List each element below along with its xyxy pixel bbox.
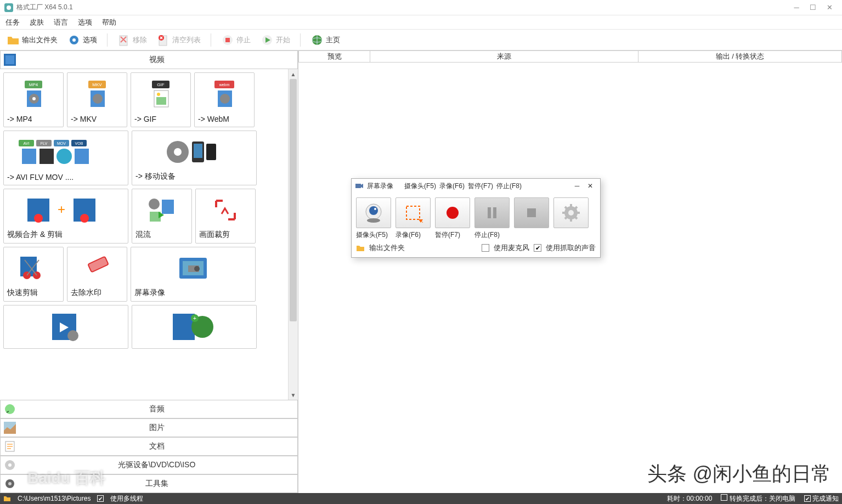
app-icon	[4, 3, 13, 12]
svg-rect-48	[194, 144, 202, 158]
category-audio[interactable]: 音频	[0, 400, 298, 418]
svg-point-53	[80, 214, 89, 223]
svg-point-54	[149, 199, 160, 209]
stop-button[interactable]	[514, 197, 549, 228]
menu-help[interactable]: 帮助	[102, 18, 116, 27]
dialog-output-folder[interactable]: 输出文件夹	[369, 243, 405, 253]
menu-task[interactable]: 任务	[5, 18, 20, 27]
col-output[interactable]: 输出 / 转换状态	[638, 51, 841, 62]
toolbar-clear[interactable]: 清空列表	[155, 32, 203, 48]
cell-mp4[interactable]: MP4-> MP4	[3, 72, 64, 127]
svg-point-27	[157, 93, 160, 96]
settings-button[interactable]	[553, 197, 589, 228]
close-button[interactable]: ✕	[821, 0, 838, 15]
pause-button[interactable]	[474, 197, 510, 228]
toolbar-stop[interactable]: 停止	[219, 32, 253, 48]
camera-button[interactable]	[356, 197, 391, 228]
cell-avi-etc[interactable]: AVIFLVMOVVOB-> AVI FLV MOV ....	[3, 131, 128, 185]
toolbar-home[interactable]: 主页	[308, 32, 342, 48]
dialog-close-button[interactable]: ✕	[584, 182, 597, 190]
dialog-minimize-button[interactable]: ─	[570, 182, 584, 190]
audio-icon	[4, 403, 16, 415]
after-done-checkbox[interactable]	[721, 494, 727, 501]
cell-screenrec[interactable]: 屏幕录像	[131, 247, 256, 302]
cell-extra1[interactable]	[3, 305, 128, 349]
svg-point-81	[369, 206, 378, 215]
toolbar-options[interactable]: 选项	[65, 32, 99, 48]
scroll-down-icon[interactable]: ▼	[289, 390, 298, 400]
record-button[interactable]	[435, 197, 470, 228]
use-mic-checkbox[interactable]	[482, 244, 489, 252]
menu-options[interactable]: 选项	[78, 18, 92, 27]
folder-small-icon	[356, 244, 365, 252]
cell-dewatermark[interactable]: 去除水印	[67, 247, 127, 302]
category-document[interactable]: 文档	[0, 437, 298, 456]
clear-icon	[157, 33, 170, 47]
svg-point-78	[8, 482, 12, 485]
toolbar: 输出文件夹 选项 移除 清空列表 停止 开始 主页	[0, 30, 842, 50]
cell-extra2[interactable]: +	[132, 305, 257, 349]
gear-icon	[67, 33, 81, 47]
svg-rect-26	[156, 97, 166, 105]
minimize-button[interactable]: ─	[788, 0, 805, 15]
svg-point-31	[220, 94, 230, 104]
svg-point-82	[374, 208, 376, 210]
window-title: 格式工厂 X64 5.0.1	[16, 3, 788, 12]
svg-rect-55	[162, 200, 174, 214]
cell-mobile[interactable]: -> 移动设备	[132, 131, 257, 185]
svg-point-90	[568, 210, 574, 216]
svg-text:+: +	[193, 315, 196, 321]
svg-rect-87	[493, 207, 496, 218]
toolbar-start[interactable]: 开始	[258, 32, 292, 48]
multithread-checkbox[interactable]: ✔	[97, 495, 104, 502]
use-capture-audio-checkbox[interactable]: ✔	[534, 244, 541, 252]
play-icon	[261, 33, 274, 47]
svg-point-65	[194, 266, 200, 271]
cell-merge[interactable]: +视频合并 & 剪辑	[3, 189, 128, 243]
col-source[interactable]: 来源	[370, 51, 638, 62]
cell-mkv[interactable]: MKV-> MKV	[67, 72, 127, 127]
svg-rect-79	[355, 184, 361, 188]
menu-skin[interactable]: 皮肤	[30, 18, 44, 27]
svg-text:FLV: FLV	[41, 141, 48, 145]
category-image[interactable]: 图片	[0, 418, 298, 437]
titlebar: 格式工厂 X64 5.0.1 ─ ☐ ✕	[0, 0, 842, 15]
cell-quickcut[interactable]: 快速剪辑	[3, 247, 64, 302]
notify-checkbox[interactable]: ✔	[804, 495, 811, 502]
status-path[interactable]: C:\Users\m1513\Pictures	[18, 495, 91, 502]
svg-rect-40	[22, 149, 36, 164]
svg-rect-13	[5, 55, 14, 64]
cell-webm[interactable]: webm-> WebM	[194, 72, 255, 127]
toolbar-remove[interactable]: 移除	[115, 32, 149, 48]
svg-text:MOV: MOV	[57, 141, 66, 145]
svg-point-85	[447, 207, 459, 219]
svg-rect-8	[225, 38, 230, 42]
svg-point-42	[56, 149, 72, 164]
screen-record-dialog: 屏幕录像 摄像头(F5) 录像(F6) 暂停(F7) 停止(F8) ─ ✕ 摄像…	[351, 178, 601, 258]
toolbar-output-folder[interactable]: 输出文件夹	[4, 32, 60, 48]
globe-icon	[310, 33, 324, 47]
svg-rect-43	[75, 149, 89, 164]
status-elapsed: 耗时：00:00:00	[667, 494, 713, 503]
cell-crop[interactable]: 画面裁剪	[195, 189, 256, 243]
maximize-button[interactable]: ☐	[805, 0, 821, 15]
menubar: 任务 皮肤 语言 选项 帮助	[0, 15, 842, 30]
category-video[interactable]: 视频	[0, 50, 298, 69]
svg-text:GIF: GIF	[157, 82, 164, 87]
svg-point-83	[367, 218, 380, 223]
record-area-button[interactable]	[395, 197, 431, 228]
stop-icon	[221, 33, 234, 47]
svg-rect-86	[488, 207, 491, 218]
statusbar: C:\Users\m1513\Pictures ✔ 使用多线程 耗时：00:00…	[0, 493, 842, 504]
cell-mux[interactable]: 混流	[132, 189, 192, 243]
svg-point-3	[72, 38, 76, 42]
menu-language[interactable]: 语言	[54, 18, 68, 27]
cell-gif[interactable]: GIF-> GIF	[131, 72, 191, 127]
scroll-up-icon[interactable]: ▲	[289, 69, 298, 79]
category-tools[interactable]: 工具集	[0, 474, 298, 493]
svg-point-22	[93, 94, 103, 104]
svg-text:webm: webm	[219, 83, 230, 87]
col-preview[interactable]: 预览	[299, 51, 370, 62]
category-optical[interactable]: 光驱设备\DVD\CD\ISO	[0, 456, 298, 474]
scrollbar[interactable]: ▲ ▼	[288, 69, 298, 400]
